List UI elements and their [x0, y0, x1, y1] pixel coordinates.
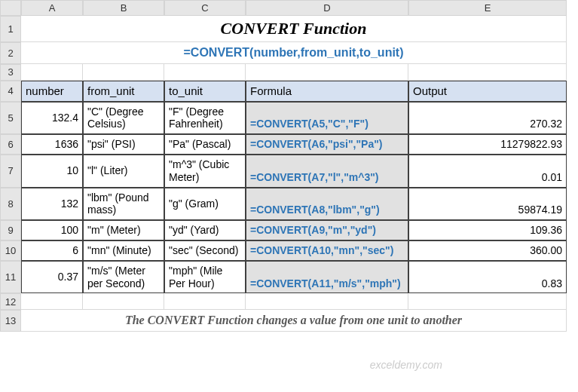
row-header-4[interactable]: 4	[0, 81, 21, 102]
syntax-text[interactable]: =CONVERT(number,from_unit,to_unit)	[21, 42, 567, 63]
cell-formula-10[interactable]: =CONVERT(A10,"mn","sec")	[246, 240, 408, 261]
row-header-9[interactable]: 9	[0, 220, 21, 240]
row-header-1[interactable]: 1	[0, 16, 21, 42]
th-formula[interactable]: Formula	[246, 81, 408, 102]
cell-to-8[interactable]: "g" (Gram)	[164, 188, 246, 221]
cell-output-11[interactable]: 0.83	[408, 261, 567, 294]
row-header-10[interactable]: 10	[0, 240, 21, 261]
cell-from-8[interactable]: "lbm" (Pound mass)	[83, 188, 164, 221]
cell-number-8[interactable]: 132	[21, 188, 83, 221]
cell-a12[interactable]	[21, 293, 83, 310]
cell-formula-9[interactable]: =CONVERT(A9,"m","yd")	[246, 220, 408, 240]
cell-number-10[interactable]: 6	[21, 240, 83, 261]
cell-to-5[interactable]: "F" (Degree Fahrenheit)	[164, 102, 246, 135]
th-output[interactable]: Output	[408, 81, 567, 102]
cell-from-10[interactable]: "mn" (Minute)	[83, 240, 164, 261]
page-title[interactable]: CONVERT Function	[21, 16, 567, 42]
footer-text[interactable]: The CONVERT Function changes a value fro…	[21, 310, 567, 331]
cell-from-11[interactable]: "m/s" (Meter per Second)	[83, 261, 164, 294]
col-header-b[interactable]: B	[83, 0, 164, 16]
cell-formula-11[interactable]: =CONVERT(A11,"m/s","mph")	[246, 261, 408, 294]
cell-output-10[interactable]: 360.00	[408, 240, 567, 261]
cell-from-6[interactable]: "psi" (PSI)	[83, 134, 164, 155]
cell-number-6[interactable]: 1636	[21, 134, 83, 155]
col-header-e[interactable]: E	[408, 0, 567, 16]
spreadsheet-grid: A B C D E 1 CONVERT Function 2 =CONVERT(…	[0, 0, 578, 332]
cell-d12[interactable]	[246, 293, 408, 310]
cell-to-6[interactable]: "Pa" (Pascal)	[164, 134, 246, 155]
cell-to-11[interactable]: "mph" (Mile Per Hour)	[164, 261, 246, 294]
cell-e12[interactable]	[408, 293, 567, 310]
cell-c12[interactable]	[164, 293, 246, 310]
cell-b12[interactable]	[83, 293, 164, 310]
cell-from-7[interactable]: "l" (Liter)	[83, 155, 164, 188]
row-header-11[interactable]: 11	[0, 261, 21, 294]
row-header-2[interactable]: 2	[0, 42, 21, 63]
cell-output-7[interactable]: 0.01	[408, 155, 567, 188]
watermark: exceldemy.com	[370, 359, 442, 371]
cell-formula-5[interactable]: =CONVERT(A5,"C","F")	[246, 102, 408, 135]
col-header-c[interactable]: C	[164, 0, 246, 16]
cell-output-9[interactable]: 109.36	[408, 220, 567, 240]
th-from-unit[interactable]: from_unit	[83, 81, 164, 102]
row-header-7[interactable]: 7	[0, 155, 21, 188]
th-to-unit[interactable]: to_unit	[164, 81, 246, 102]
row-header-8[interactable]: 8	[0, 188, 21, 221]
row-header-13[interactable]: 13	[0, 310, 21, 331]
cell-to-9[interactable]: "yd" (Yard)	[164, 220, 246, 240]
cell-output-6[interactable]: 11279822.93	[408, 134, 567, 155]
cell-d3[interactable]	[246, 64, 408, 81]
cell-from-9[interactable]: "m" (Meter)	[83, 220, 164, 240]
cell-from-5[interactable]: "C" (Degree Celsius)	[83, 102, 164, 135]
cell-b3[interactable]	[83, 64, 164, 81]
row-header-6[interactable]: 6	[0, 134, 21, 155]
cell-c3[interactable]	[164, 64, 246, 81]
cell-number-9[interactable]: 100	[21, 220, 83, 240]
col-header-d[interactable]: D	[246, 0, 408, 16]
corner-cell[interactable]	[0, 0, 21, 16]
cell-formula-8[interactable]: =CONVERT(A8,"lbm","g")	[246, 188, 408, 221]
cell-number-7[interactable]: 10	[21, 155, 83, 188]
cell-a3[interactable]	[21, 64, 83, 81]
cell-e3[interactable]	[408, 64, 567, 81]
cell-to-7[interactable]: "m^3" (Cubic Meter)	[164, 155, 246, 188]
cell-formula-6[interactable]: =CONVERT(A6,"psi","Pa")	[246, 134, 408, 155]
col-header-a[interactable]: A	[21, 0, 83, 16]
cell-output-5[interactable]: 270.32	[408, 102, 567, 135]
cell-to-10[interactable]: "sec" (Second)	[164, 240, 246, 261]
cell-formula-7[interactable]: =CONVERT(A7,"l","m^3")	[246, 155, 408, 188]
row-header-3[interactable]: 3	[0, 64, 21, 81]
row-header-5[interactable]: 5	[0, 102, 21, 135]
row-header-12[interactable]: 12	[0, 293, 21, 310]
cell-number-11[interactable]: 0.37	[21, 261, 83, 294]
cell-number-5[interactable]: 132.4	[21, 102, 83, 135]
th-number[interactable]: number	[21, 81, 83, 102]
cell-output-8[interactable]: 59874.19	[408, 188, 567, 221]
